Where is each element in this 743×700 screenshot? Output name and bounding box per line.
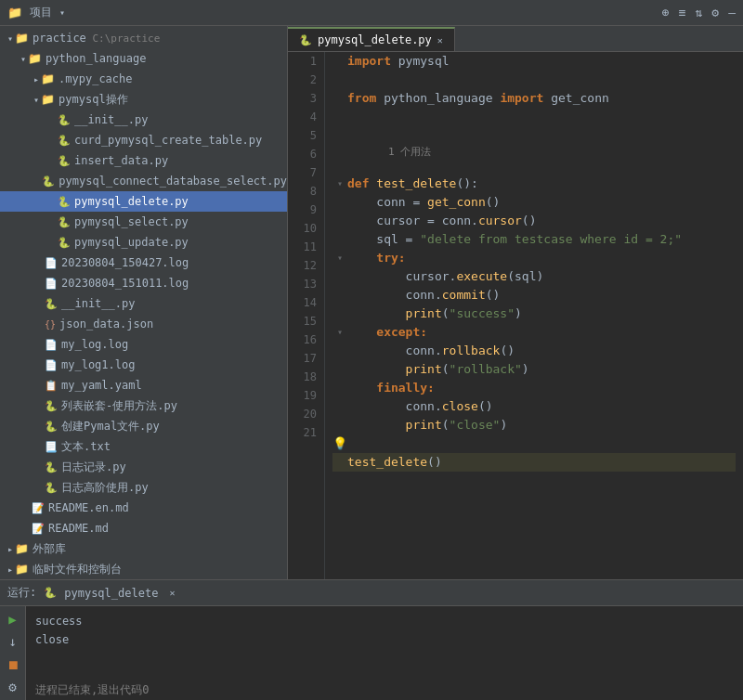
sidebar-item-readme[interactable]: 📝README.md xyxy=(0,518,287,538)
sidebar-item-insert_py[interactable]: 🐍insert_data.py xyxy=(0,150,287,171)
code-line-12[interactable]: conn.commit() xyxy=(332,286,736,305)
run-play-button[interactable]: ▶ xyxy=(3,610,23,629)
chevron-icon[interactable]: ▸ xyxy=(7,564,13,575)
run-stop-button[interactable]: ⏹ xyxy=(3,655,23,674)
tree-item-label: pymysql操作 xyxy=(59,92,128,108)
code-line-16[interactable]: print("rollback") xyxy=(332,360,736,379)
settings-icon[interactable]: ⚙ xyxy=(711,6,719,19)
code-line-17[interactable]: finally: xyxy=(332,379,736,397)
sidebar-item-practice[interactable]: ▾📁practice C:\practice xyxy=(0,28,287,48)
sidebar-item-readme_en[interactable]: 📝README.en.md xyxy=(0,498,287,518)
run-sidebar-icons: ▶ ↓ ⏹ ⚙ xyxy=(0,606,26,700)
line-gutter-20: 💡 xyxy=(332,434,347,453)
tree-item-label: README.md xyxy=(48,522,109,535)
code-line-21[interactable]: test_delete() xyxy=(332,453,736,472)
sort-icon[interactable]: ⇅ xyxy=(696,6,703,19)
sidebar-item-mypy_cache[interactable]: ▸📁.mypy_cache xyxy=(0,69,287,89)
code-line-9[interactable]: sql = "delete from testcase where id = 2… xyxy=(332,230,736,249)
code-line-11[interactable]: cursor.execute(sql) xyxy=(332,267,736,286)
sidebar-item-my_yaml[interactable]: 📋my_yaml.yaml xyxy=(0,375,287,395)
tree-item-label: json_data.json xyxy=(59,318,153,331)
tab-file-icon: 🐍 xyxy=(299,34,312,46)
code-line-1[interactable]: import pymysql xyxy=(332,52,736,71)
sidebar-item-connect_py[interactable]: 🐍pymysql_connect_database_select.py xyxy=(0,171,287,191)
sidebar-item-wenben[interactable]: 📃文本.txt xyxy=(0,436,287,457)
code-line-18[interactable]: conn.close() xyxy=(332,397,736,416)
sidebar-item-log_advanced[interactable]: 🐍日志高阶使用.py xyxy=(0,477,287,498)
code-line-5[interactable] xyxy=(332,126,736,145)
sidebar-item-__init__py2[interactable]: 🐍__init__.py xyxy=(0,293,287,314)
sidebar-item-update_py[interactable]: 🐍pymysql_update.py xyxy=(0,232,287,253)
code-line-2[interactable] xyxy=(332,71,736,89)
sidebar-item-delete_py[interactable]: 🐍pymysql_delete.py xyxy=(0,191,287,212)
chevron-icon[interactable]: ▸ xyxy=(7,544,13,554)
code-editor[interactable]: 123456789101112131415161718192021 import… xyxy=(288,52,743,579)
run-tab-name[interactable]: pymysql_delete xyxy=(64,587,158,600)
code-line-14[interactable]: ▾ except: xyxy=(332,323,736,342)
sidebar-item-__init__py[interactable]: 🐍__init__.py xyxy=(0,110,287,130)
chevron-icon[interactable]: ▾ xyxy=(33,95,39,105)
list-icon[interactable]: ≡ xyxy=(679,6,686,19)
sidebar-item-tmp_files[interactable]: ▸📁临时文件和控制台 xyxy=(0,559,287,579)
code-line-6[interactable]: ▾def test_delete(): xyxy=(332,175,736,193)
chevron-icon[interactable]: ▾ xyxy=(7,33,13,44)
tree-item-label: README.en.md xyxy=(48,501,129,514)
sidebar-item-log2[interactable]: 📄20230804_151011.log xyxy=(0,273,287,293)
run-down-button[interactable]: ↓ xyxy=(3,632,23,651)
minimize-icon[interactable]: — xyxy=(728,6,736,19)
sidebar-item-my_log1[interactable]: 📄my_log1.log xyxy=(0,355,287,375)
code-line-8[interactable]: cursor = conn.cursor() xyxy=(332,212,736,230)
python-file-icon: 🐍 xyxy=(45,421,58,433)
code-line-15[interactable]: conn.rollback() xyxy=(332,342,736,360)
tree-item-label: pymysql_update.py xyxy=(74,236,189,249)
folder-icon: 📁 xyxy=(41,93,55,106)
sidebar-item-pymysql_ops[interactable]: ▾📁pymysql操作 xyxy=(0,89,287,110)
code-line-3[interactable]: from python_language import get_conn xyxy=(332,89,736,108)
sidebar-item-python_language[interactable]: ▾📁python_language xyxy=(0,48,287,69)
python-file-icon: 🐍 xyxy=(42,175,55,188)
sidebar-item-list_embed[interactable]: 🐍列表嵌套-使用方法.py xyxy=(0,395,287,416)
run-panel: 运行: 🐍 pymysql_delete ✕ ▶ ↓ ⏹ ⚙ successcl… xyxy=(0,579,743,700)
sidebar: ▾📁practice C:\practice▾📁python_language▸… xyxy=(0,26,288,579)
tree-item-label: pymysql_delete.py xyxy=(74,195,189,208)
python-file-icon: 🐍 xyxy=(45,298,58,310)
sidebar-item-log1[interactable]: 📄20230804_150427.log xyxy=(0,253,287,273)
sidebar-item-json_data[interactable]: {}json_data.json xyxy=(0,314,287,334)
log-file-icon: 📄 xyxy=(45,257,58,269)
code-line-13[interactable]: print("success") xyxy=(332,305,736,323)
sidebar-item-curd_py[interactable]: 🐍curd_pymysql_create_table.py xyxy=(0,130,287,150)
sidebar-item-my_log[interactable]: 📄my_log.log xyxy=(0,334,287,355)
code-line-4[interactable] xyxy=(332,108,736,126)
tree-item-label: insert_data.py xyxy=(74,154,168,167)
sidebar-item-ext_lib[interactable]: ▸📁外部库 xyxy=(0,538,287,559)
top-bar: 📁 项目 ▾ ⊕ ≡ ⇅ ⚙ — xyxy=(0,0,743,26)
top-bar-icons: ⊕ ≡ ⇅ ⚙ — xyxy=(662,6,736,19)
run-content: ▶ ↓ ⏹ ⚙ successclose 进程已结束,退出代码0 xyxy=(0,606,743,700)
tree-item-label: 列表嵌套-使用方法.py xyxy=(61,398,177,414)
add-icon[interactable]: ⊕ xyxy=(662,6,670,19)
tab-close-button[interactable]: ✕ xyxy=(437,35,443,45)
code-annotation: 1 个用法 xyxy=(332,145,736,160)
tree-item-label: __init__.py xyxy=(74,113,148,126)
sidebar-item-select_py[interactable]: 🐍pymysql_select.py xyxy=(0,212,287,232)
top-bar-dropdown-icon[interactable]: ▾ xyxy=(59,7,65,18)
python-file-icon: 🐍 xyxy=(45,482,58,494)
editor-tab-active[interactable]: 🐍 pymysql_delete.py ✕ xyxy=(288,27,455,51)
sidebar-item-log_record[interactable]: 🐍日志记录.py xyxy=(0,457,287,477)
log-file-icon: 📄 xyxy=(45,359,58,371)
chevron-icon[interactable]: ▸ xyxy=(33,74,39,84)
code-content[interactable]: import pymysqlfrom python_language impor… xyxy=(325,52,743,579)
json-file-icon: {} xyxy=(45,319,56,330)
run-settings-button[interactable]: ⚙ xyxy=(3,678,23,696)
chevron-icon[interactable]: ▾ xyxy=(20,54,26,64)
code-line-7[interactable]: conn = get_conn() xyxy=(332,193,736,212)
tree-item-label: 20230804_151011.log xyxy=(61,277,189,290)
tree-item-label: 临时文件和控制台 xyxy=(33,562,122,577)
folder-icon: 📁 xyxy=(41,72,55,85)
run-tab-close[interactable]: ✕ xyxy=(169,588,175,598)
sidebar-item-create_pymal[interactable]: 🐍创建Pymal文件.py xyxy=(0,416,287,436)
code-line-19[interactable]: print("close") xyxy=(332,416,736,434)
code-line-10[interactable]: ▾ try: xyxy=(332,249,736,267)
code-line-20[interactable]: 💡 xyxy=(332,434,736,453)
tree-item-label: 日志记录.py xyxy=(61,460,126,475)
